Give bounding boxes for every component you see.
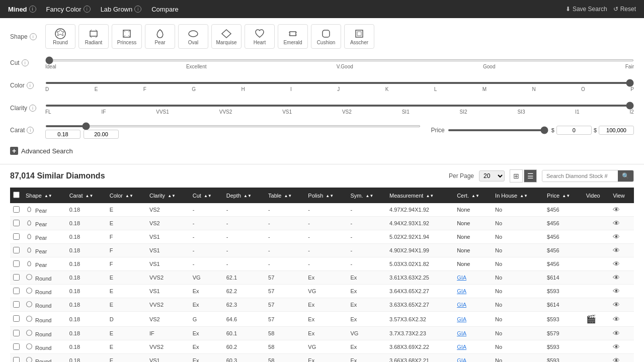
view-icon[interactable]: 👁: [613, 274, 620, 282]
cut-slider-min[interactable]: [45, 59, 634, 61]
row-checkbox-8[interactable]: [13, 315, 20, 322]
reset-button[interactable]: ↺ Reset: [613, 6, 636, 13]
shape-marquise[interactable]: Marquise: [211, 24, 242, 49]
row-checkbox-9[interactable]: [13, 330, 20, 336]
table-row: Pear 0.18 E VS2 - - - - - 4.97X2.94X1.92…: [10, 203, 634, 217]
cut-cell: Ex: [190, 354, 223, 363]
shape-options-container: Round Radiant Princess Pear Oval: [45, 24, 634, 49]
clarity-info-icon[interactable]: i: [29, 105, 36, 112]
col-sym[interactable]: Sym. ▲▼: [347, 188, 386, 203]
col-measurement[interactable]: Measurement ▲▼: [386, 188, 454, 203]
view-icon[interactable]: 👁: [613, 356, 620, 362]
view-icon[interactable]: 👁: [613, 329, 620, 337]
shape-princess[interactable]: Princess: [112, 24, 142, 49]
col-carat[interactable]: Carat ▲▼: [66, 188, 107, 203]
row-checkbox-1[interactable]: [13, 220, 20, 226]
measurement-cell: 3.64X3.65X2.27: [386, 285, 454, 298]
view-icon[interactable]: 👁: [613, 315, 620, 323]
shape-radiant[interactable]: Radiant: [78, 24, 109, 49]
clarity-cell: VS2: [146, 217, 190, 230]
fancy-color-info-icon[interactable]: i: [84, 6, 91, 13]
view-icon[interactable]: 👁: [613, 233, 620, 241]
diamonds-table: Shape ▲▼ Carat ▲▼ Color ▲▼ Clarity ▲▼ Cu…: [10, 188, 634, 362]
cert-link[interactable]: GIA: [457, 357, 466, 362]
results-header: 87,014 Similar Diamonds Per Page 20 50 1…: [10, 169, 634, 183]
nav-item-mined[interactable]: Mined i: [8, 6, 36, 13]
video-icon[interactable]: 🎬: [586, 315, 596, 323]
cert-link[interactable]: GIA: [457, 316, 466, 322]
carat-max-input[interactable]: [84, 130, 119, 139]
cert-link[interactable]: GIA: [457, 275, 466, 281]
inhouse-cell: No: [492, 354, 544, 363]
shape-pear[interactable]: Pear: [145, 24, 175, 49]
mined-info-icon[interactable]: i: [29, 6, 36, 13]
view-icon[interactable]: 👁: [613, 260, 620, 268]
cert-link[interactable]: GIA: [457, 288, 466, 294]
lab-grown-info-icon[interactable]: i: [134, 6, 141, 13]
row-checkbox-11[interactable]: [13, 357, 20, 363]
view-icon[interactable]: 👁: [613, 301, 620, 309]
col-price[interactable]: Price ▲▼: [544, 188, 583, 203]
results-label: Similar Diamonds: [37, 171, 105, 180]
measurement-cell: 3.57X3.6X2.32: [386, 312, 454, 327]
shape-oval[interactable]: Oval: [178, 24, 208, 49]
select-all-checkbox[interactable]: [13, 192, 20, 198]
view-icon[interactable]: 👁: [613, 287, 620, 295]
row-checkbox-10[interactable]: [13, 343, 20, 350]
list-view-button[interactable]: ☰: [524, 169, 537, 183]
nav-item-lab-grown[interactable]: Lab Grown i: [101, 6, 142, 13]
cert-link[interactable]: GIA: [457, 302, 466, 308]
carat-info-icon[interactable]: i: [27, 127, 34, 134]
cert-link[interactable]: GIA: [457, 344, 466, 350]
row-checkbox-5[interactable]: [13, 274, 20, 281]
nav-item-fancy-color[interactable]: Fancy Color i: [46, 6, 91, 13]
row-checkbox-2[interactable]: [13, 233, 20, 240]
per-page-select[interactable]: 20 50 100: [479, 170, 505, 182]
sort-cut: ▲▼: [204, 194, 212, 198]
color-slider[interactable]: [45, 82, 634, 84]
color-info-icon[interactable]: i: [27, 82, 34, 89]
advanced-search-toggle[interactable]: + Advanced Search: [10, 144, 634, 158]
price-min-input[interactable]: [556, 126, 592, 135]
table-row: Round 0.18 E VS1 Ex 60.3 58 Ex Ex 3.66X3…: [10, 354, 634, 363]
view-icon[interactable]: 👁: [613, 206, 620, 214]
grid-view-button[interactable]: ⊞: [510, 169, 523, 183]
row-checkbox-0[interactable]: [13, 206, 20, 213]
shape-emerald[interactable]: Emerald: [278, 24, 308, 49]
save-search-button[interactable]: ⬇ Save Search: [566, 6, 607, 13]
col-clarity[interactable]: Clarity ▲▼: [146, 188, 190, 203]
carat-slider[interactable]: [45, 125, 421, 127]
view-icon[interactable]: 👁: [613, 246, 620, 254]
stock-search-input[interactable]: [542, 170, 618, 182]
view-icon[interactable]: 👁: [613, 219, 620, 227]
view-icon[interactable]: 👁: [613, 343, 620, 351]
col-table[interactable]: Table ▲▼: [265, 188, 305, 203]
clarity-cell: VS1: [146, 285, 190, 298]
price-slider[interactable]: [448, 129, 548, 131]
shape-asscher[interactable]: Asscher: [344, 24, 374, 49]
shape-info-icon[interactable]: i: [30, 33, 37, 40]
row-checkbox-4[interactable]: [13, 260, 20, 267]
carat-min-input[interactable]: [45, 130, 80, 139]
row-checkbox-7[interactable]: [13, 301, 20, 308]
row-checkbox-6[interactable]: [13, 288, 20, 294]
col-color[interactable]: Color ▲▼: [107, 188, 146, 203]
shape-round[interactable]: Round: [45, 24, 75, 49]
price-max-input[interactable]: [599, 126, 634, 135]
stock-search-button[interactable]: 🔍: [618, 170, 633, 182]
col-inhouse[interactable]: In House ▲▼: [492, 188, 544, 203]
col-depth[interactable]: Depth ▲▼: [223, 188, 265, 203]
shape-heart[interactable]: Heart: [245, 24, 275, 49]
cut-info-icon[interactable]: i: [22, 59, 29, 66]
clarity-slider[interactable]: [45, 105, 634, 107]
shape-cushion[interactable]: Cushion: [311, 24, 341, 49]
nav-item-compare[interactable]: Compare: [151, 6, 178, 13]
shape-cell-icon: [26, 289, 33, 295]
row-checkbox-3[interactable]: [13, 247, 20, 253]
sym-cell: -: [347, 230, 386, 244]
col-shape[interactable]: Shape ▲▼: [23, 188, 66, 203]
col-polish[interactable]: Polish ▲▼: [305, 188, 347, 203]
col-cut[interactable]: Cut ▲▼: [190, 188, 223, 203]
cert-link[interactable]: GIA: [457, 330, 466, 336]
col-cert[interactable]: Cert. ▲▼: [454, 188, 492, 203]
